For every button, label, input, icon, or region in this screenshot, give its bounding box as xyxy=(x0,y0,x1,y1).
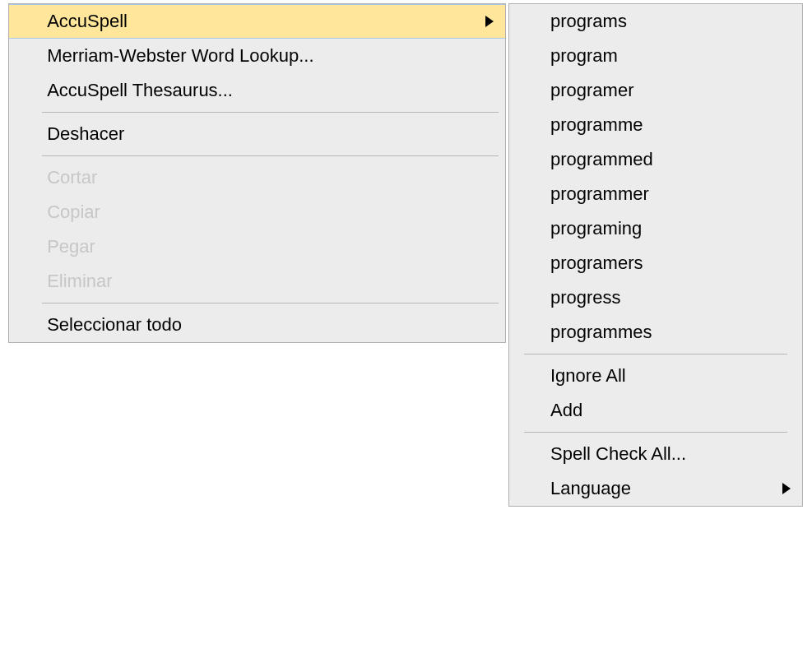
suggestion-label: programers xyxy=(550,246,643,280)
suggestion-item[interactable]: programs xyxy=(509,4,802,39)
menu-item-undo[interactable]: Deshacer xyxy=(9,117,505,151)
suggestion-label: programmes xyxy=(550,315,652,350)
suggestion-item[interactable]: progress xyxy=(509,280,802,315)
menu-item-add[interactable]: Add xyxy=(509,393,802,428)
suggestion-item[interactable]: programers xyxy=(509,246,802,280)
menu-item-delete: Eliminar xyxy=(9,264,505,299)
menu-gutter xyxy=(9,39,42,73)
menu-label: Copiar xyxy=(47,195,100,229)
suggestion-item[interactable]: program xyxy=(509,39,802,73)
menu-separator xyxy=(42,155,499,156)
suggestion-label: programmer xyxy=(550,177,649,211)
accuspell-submenu: programs program programer programme pro… xyxy=(508,3,803,507)
context-menu: AccuSpell Merriam-Webster Word Lookup...… xyxy=(8,3,506,343)
suggestion-label: programmed xyxy=(550,142,653,177)
menu-label: Ignore All xyxy=(550,359,626,393)
menu-gutter xyxy=(9,73,42,108)
menu-label: Pegar xyxy=(47,229,95,264)
menu-label: Deshacer xyxy=(47,117,124,151)
submenu-arrow-icon xyxy=(485,16,494,27)
menu-gutter xyxy=(9,264,42,299)
suggestion-label: programs xyxy=(550,4,627,39)
suggestion-item[interactable]: programmed xyxy=(509,142,802,177)
menu-item-select-all[interactable]: Seleccionar todo xyxy=(9,308,505,342)
menu-gutter xyxy=(9,229,42,264)
menu-label: Add xyxy=(550,393,582,428)
menu-item-merriam-lookup[interactable]: Merriam-Webster Word Lookup... xyxy=(9,39,505,73)
menu-gutter xyxy=(9,117,42,151)
menu-gutter xyxy=(9,5,42,38)
submenu-arrow-icon xyxy=(782,483,791,494)
menu-label: Language xyxy=(550,471,631,506)
menu-item-thesaurus[interactable]: AccuSpell Thesaurus... xyxy=(9,73,505,108)
menu-item-copy: Copiar xyxy=(9,195,505,229)
menu-label: Eliminar xyxy=(47,264,112,299)
menu-gutter xyxy=(9,195,42,229)
suggestion-item[interactable]: programme xyxy=(509,108,802,142)
suggestion-label: programing xyxy=(550,211,642,246)
menu-separator xyxy=(42,112,499,113)
menu-item-ignore-all[interactable]: Ignore All xyxy=(509,359,802,393)
suggestion-label: programer xyxy=(550,73,633,108)
menu-item-spell-check-all[interactable]: Spell Check All... xyxy=(509,437,802,471)
suggestion-label: progress xyxy=(550,280,621,315)
menu-item-cut: Cortar xyxy=(9,160,505,195)
suggestion-item[interactable]: programer xyxy=(509,73,802,108)
menu-gutter xyxy=(9,308,42,342)
menu-gutter xyxy=(9,160,42,195)
menu-label: AccuSpell Thesaurus... xyxy=(47,73,233,108)
menu-item-accuspell[interactable]: AccuSpell xyxy=(9,4,505,39)
menu-label: Seleccionar todo xyxy=(47,308,182,342)
suggestion-item[interactable]: programmes xyxy=(509,315,802,350)
menu-separator xyxy=(524,354,787,354)
menu-separator xyxy=(524,432,787,433)
suggestion-item[interactable]: programing xyxy=(509,211,802,246)
menu-separator xyxy=(42,303,499,304)
suggestion-item[interactable]: programmer xyxy=(509,177,802,211)
menu-label: Merriam-Webster Word Lookup... xyxy=(47,39,313,73)
menu-item-language[interactable]: Language xyxy=(509,471,802,506)
suggestion-label: programme xyxy=(550,108,643,142)
menu-label: AccuSpell xyxy=(47,5,128,38)
menu-label: Spell Check All... xyxy=(550,437,686,471)
menu-label: Cortar xyxy=(47,160,97,195)
menu-item-paste: Pegar xyxy=(9,229,505,264)
suggestion-label: program xyxy=(550,39,618,73)
